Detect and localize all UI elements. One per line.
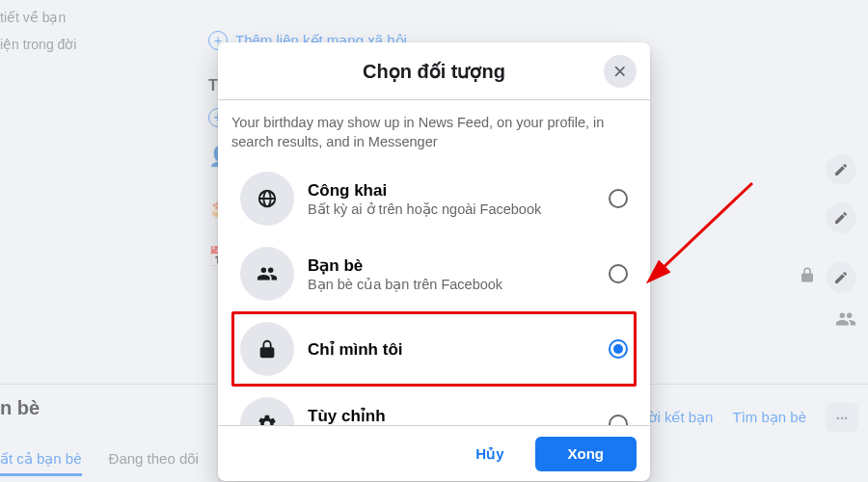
option-subtitle: Bất kỳ ai ở trên hoặc ngoài Facebook [308,201,595,217]
radio-indicator [609,189,628,208]
modal-body: Your birthday may show up in News Feed, … [218,100,650,425]
done-button[interactable]: Xong [535,437,637,471]
radio-indicator [609,264,628,283]
modal-footer: Hủy Xong [218,425,650,481]
modal-title: Chọn đối tượng [363,60,505,83]
close-button[interactable] [604,55,637,88]
globe-icon [240,172,294,226]
modal-description: Your birthday may show up in News Feed, … [231,114,637,151]
close-icon [612,64,628,79]
bg-left-item: tiết về bạn [0,4,193,31]
tab-all-friends[interactable]: ất cả bạn bè [0,450,82,476]
option-title: Tùy chỉnh [308,406,595,425]
modal-header: Chọn đối tượng [218,42,650,100]
option-title: Chỉ mình tôi [308,339,595,360]
friends-icon [240,247,294,301]
bg-left-item: iện trong đời [0,31,193,58]
audience-option-public[interactable]: Công khai Bất kỳ ai ở trên hoặc ngoài Fa… [231,161,637,236]
radio-indicator [609,339,628,359]
tab-following[interactable]: Đang theo dõi [109,450,199,476]
cancel-button[interactable]: Hủy [452,437,527,471]
edit-button[interactable] [826,154,856,185]
audience-option-custom[interactable]: Tùy chỉnh Bao gồm và loại trừ bạn bè, da… [231,387,637,425]
option-title: Bạn bè [308,255,595,276]
more-button[interactable]: ··· [826,403,858,432]
find-friends-link[interactable]: Tìm bạn bè [732,409,806,426]
option-subtitle: Bạn bè của bạn trên Facebook [308,277,595,292]
option-title: Công khai [308,181,595,201]
edit-button[interactable] [826,202,856,233]
lock-icon [240,322,294,376]
audience-option-friends[interactable]: Bạn bè Bạn bè của bạn trên Facebook [231,236,637,311]
audience-selector-modal: Chọn đối tượng Your birthday may show up… [218,42,650,481]
radio-indicator [609,415,628,425]
audience-option-only-me[interactable]: Chỉ mình tôi [231,311,637,387]
friends-icon [835,308,856,334]
lock-icon [799,266,816,287]
edit-button[interactable] [826,262,856,293]
gear-icon [240,397,294,425]
friends-heading: n bè [0,397,40,419]
